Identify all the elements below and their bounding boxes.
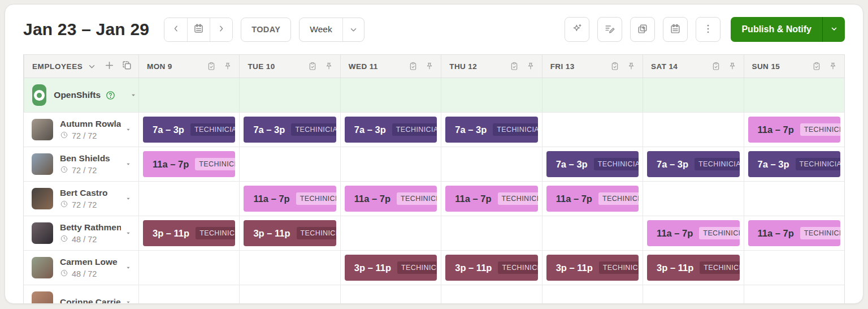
shift-chip-morning[interactable]: 7a – 3pTECHINICIAN	[748, 151, 840, 177]
shift-day-cell[interactable]: 7a – 3pTECHINICIAN	[340, 113, 441, 147]
chevron-down-icon[interactable]	[124, 125, 133, 134]
shift-chip-mid[interactable]: 11a – 7pTECHINICIAN	[748, 220, 840, 246]
clipboard-check-icon[interactable]	[811, 61, 822, 71]
clipboard-check-icon[interactable]	[206, 61, 216, 71]
shift-chip-mid[interactable]: 11a – 7pTECHINICIAN	[647, 220, 739, 246]
publish-notify-button[interactable]: Publish & Notify	[731, 17, 822, 42]
shift-chip-evening[interactable]: 3p – 11pTECHINICIAN	[143, 220, 235, 246]
shift-day-cell[interactable]: 11a – 7pTECHINICIAN	[138, 147, 239, 181]
chevron-down-icon[interactable]	[124, 263, 133, 272]
shift-chip-morning[interactable]: 7a – 3pTECHINICIAN	[445, 117, 537, 143]
open-shift-day-cell[interactable]	[744, 78, 844, 112]
today-button[interactable]: TODAY	[241, 18, 291, 42]
shift-day-cell[interactable]	[340, 216, 441, 250]
shift-day-cell[interactable]	[542, 285, 643, 304]
shift-day-cell[interactable]	[643, 285, 743, 304]
shift-chip-morning[interactable]: 7a – 3pTECHINICIAN	[647, 151, 739, 177]
shift-day-cell[interactable]	[239, 147, 340, 181]
shift-day-cell[interactable]: 7a – 3pTECHINICIAN	[744, 147, 844, 181]
shift-day-cell[interactable]	[340, 147, 441, 181]
shift-chip-morning[interactable]: 7a – 3pTECHINICIAN	[546, 151, 639, 177]
open-shift-day-cell[interactable]	[138, 78, 239, 112]
shift-day-cell[interactable]: 3p – 11pTECHINICIAN	[643, 251, 743, 285]
chevron-down-icon[interactable]	[124, 160, 133, 169]
pin-icon[interactable]	[727, 61, 737, 71]
shift-day-cell[interactable]	[744, 182, 844, 216]
shift-day-cell[interactable]: 7a – 3pTECHINICIAN	[138, 113, 239, 147]
shift-day-cell[interactable]	[643, 113, 743, 147]
clipboard-check-icon[interactable]	[307, 61, 318, 71]
shift-day-cell[interactable]	[441, 147, 541, 181]
open-shift-day-cell[interactable]	[542, 78, 643, 112]
shift-day-cell[interactable]: 3p – 11pTECHINICIAN	[239, 216, 340, 250]
shift-day-cell[interactable]: 7a – 3pTECHINICIAN	[239, 113, 340, 147]
shift-day-cell[interactable]	[643, 182, 743, 216]
shift-chip-evening[interactable]: 3p – 11pTECHINICIAN	[345, 255, 437, 281]
open-shift-day-cell[interactable]	[340, 78, 441, 112]
calendar-button[interactable]	[663, 17, 688, 42]
shift-day-cell[interactable]: 3p – 11pTECHINICIAN	[441, 251, 541, 285]
shift-chip-evening[interactable]: 3p – 11pTECHINICIAN	[244, 220, 336, 246]
shift-chip-morning[interactable]: 7a – 3pTECHINICIAN	[143, 117, 235, 143]
publish-dropdown-button[interactable]	[822, 17, 845, 42]
shift-chip-mid[interactable]: 11a – 7pTECHINICIAN	[445, 186, 537, 212]
pin-icon[interactable]	[424, 61, 435, 71]
next-week-button[interactable]	[210, 18, 232, 41]
shift-day-cell[interactable]: 11a – 7pTECHINICIAN	[239, 182, 340, 216]
duplicate-button[interactable]	[121, 59, 133, 74]
shift-day-cell[interactable]: 3p – 11pTECHINICIAN	[138, 216, 239, 250]
view-selector[interactable]: Week	[299, 18, 364, 42]
shift-day-cell[interactable]	[542, 216, 643, 250]
prev-week-button[interactable]	[164, 18, 187, 41]
clipboard-check-icon[interactable]	[711, 61, 721, 71]
clipboard-check-icon[interactable]	[408, 61, 418, 71]
pin-icon[interactable]	[626, 61, 636, 71]
shift-day-cell[interactable]	[340, 285, 441, 304]
pin-icon[interactable]	[526, 61, 536, 71]
open-shift-day-cell[interactable]	[441, 78, 541, 112]
shift-day-cell[interactable]: 3p – 11pTECHINICIAN	[340, 251, 441, 285]
shift-chip-evening[interactable]: 3p – 11pTECHINICIAN	[546, 255, 639, 281]
shift-day-cell[interactable]	[239, 251, 340, 285]
shift-day-cell[interactable]: 7a – 3pTECHINICIAN	[643, 147, 743, 181]
shift-day-cell[interactable]: 11a – 7pTECHINICIAN	[441, 182, 541, 216]
shift-chip-mid[interactable]: 11a – 7pTECHINICIAN	[345, 186, 437, 212]
clipboard-check-icon[interactable]	[610, 61, 620, 71]
open-shift-day-cell[interactable]	[643, 78, 743, 112]
edit-schedule-button[interactable]	[597, 17, 622, 42]
shift-day-cell[interactable]	[441, 285, 541, 304]
shift-chip-morning[interactable]: 7a – 3pTECHINICIAN	[345, 117, 437, 143]
chevron-down-icon[interactable]	[124, 229, 133, 238]
clipboard-check-icon[interactable]	[509, 61, 519, 71]
shift-day-cell[interactable]	[138, 251, 239, 285]
shift-chip-mid[interactable]: 11a – 7pTECHINICIAN	[143, 151, 235, 177]
shift-chip-mid[interactable]: 11a – 7pTECHINICIAN	[546, 186, 639, 212]
shift-day-cell[interactable]: 11a – 7pTECHINICIAN	[744, 216, 844, 250]
shift-chip-mid[interactable]: 11a – 7pTECHINICIAN	[748, 117, 840, 143]
shift-day-cell[interactable]	[239, 285, 340, 304]
pin-icon[interactable]	[223, 61, 233, 71]
chevron-down-icon[interactable]	[86, 61, 98, 72]
chevron-down-icon[interactable]	[128, 90, 138, 100]
chevron-down-icon[interactable]	[124, 194, 133, 203]
shift-day-cell[interactable]: 7a – 3pTECHINICIAN	[542, 147, 643, 181]
shift-day-cell[interactable]	[441, 216, 541, 250]
add-employee-button[interactable]	[103, 59, 115, 74]
calendar-picker-button[interactable]	[187, 18, 210, 41]
ai-sparkle-button[interactable]	[565, 17, 589, 42]
chevron-down-icon[interactable]	[124, 298, 133, 304]
shift-day-cell[interactable]: 11a – 7pTECHINICIAN	[542, 182, 643, 216]
shift-day-cell[interactable]	[744, 251, 844, 285]
help-icon[interactable]	[105, 90, 116, 101]
shift-chip-evening[interactable]: 3p – 11pTECHINICIAN	[647, 255, 739, 281]
shift-day-cell[interactable]: 11a – 7pTECHINICIAN	[340, 182, 441, 216]
shift-chip-morning[interactable]: 7a – 3pTECHINICIAN	[244, 117, 336, 143]
copy-week-button[interactable]	[630, 17, 655, 42]
open-shifts-cell[interactable]: OpenShifts	[24, 78, 138, 112]
more-options-button[interactable]	[696, 17, 721, 42]
shift-day-cell[interactable]: 11a – 7pTECHINICIAN	[643, 216, 743, 250]
shift-chip-evening[interactable]: 3p – 11pTECHINICIAN	[445, 255, 537, 281]
shift-day-cell[interactable]: 11a – 7pTECHINICIAN	[744, 113, 844, 147]
pin-icon[interactable]	[324, 61, 334, 71]
shift-day-cell[interactable]	[138, 182, 239, 216]
